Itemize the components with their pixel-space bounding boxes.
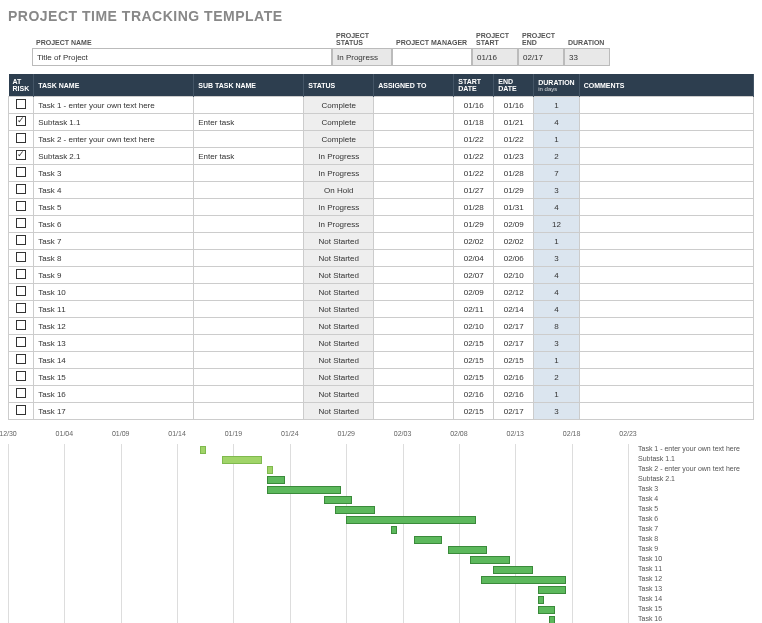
assigned-cell[interactable] bbox=[374, 165, 454, 182]
sub-task-cell[interactable] bbox=[194, 97, 304, 114]
start-cell[interactable]: 02/04 bbox=[454, 250, 494, 267]
status-cell[interactable]: Not Started bbox=[304, 403, 374, 420]
checkbox-icon[interactable] bbox=[16, 133, 26, 143]
risk-cell[interactable] bbox=[9, 369, 34, 386]
risk-cell[interactable] bbox=[9, 216, 34, 233]
sub-task-cell[interactable] bbox=[194, 318, 304, 335]
assigned-cell[interactable] bbox=[374, 318, 454, 335]
risk-cell[interactable] bbox=[9, 233, 34, 250]
start-cell[interactable]: 01/18 bbox=[454, 114, 494, 131]
checkbox-icon[interactable] bbox=[16, 388, 26, 398]
comments-cell[interactable] bbox=[579, 148, 753, 165]
status-cell[interactable]: In Progress bbox=[304, 216, 374, 233]
end-cell[interactable]: 02/16 bbox=[494, 386, 534, 403]
comments-cell[interactable] bbox=[579, 131, 753, 148]
task-name-cell[interactable]: Task 7 bbox=[34, 233, 194, 250]
end-cell[interactable]: 02/16 bbox=[494, 369, 534, 386]
sub-task-cell[interactable] bbox=[194, 267, 304, 284]
comments-cell[interactable] bbox=[579, 301, 753, 318]
status-cell[interactable]: In Progress bbox=[304, 148, 374, 165]
start-cell[interactable]: 01/22 bbox=[454, 148, 494, 165]
comments-cell[interactable] bbox=[579, 335, 753, 352]
status-cell[interactable]: Complete bbox=[304, 131, 374, 148]
task-name-cell[interactable]: Task 12 bbox=[34, 318, 194, 335]
assigned-cell[interactable] bbox=[374, 352, 454, 369]
end-cell[interactable]: 02/02 bbox=[494, 233, 534, 250]
assigned-cell[interactable] bbox=[374, 199, 454, 216]
comments-cell[interactable] bbox=[579, 352, 753, 369]
sub-task-cell[interactable] bbox=[194, 199, 304, 216]
assigned-cell[interactable] bbox=[374, 148, 454, 165]
sub-task-cell[interactable] bbox=[194, 335, 304, 352]
risk-cell[interactable] bbox=[9, 114, 34, 131]
end-cell[interactable]: 02/12 bbox=[494, 284, 534, 301]
comments-cell[interactable] bbox=[579, 182, 753, 199]
comments-cell[interactable] bbox=[579, 284, 753, 301]
start-cell[interactable]: 02/07 bbox=[454, 267, 494, 284]
checkbox-icon[interactable] bbox=[16, 371, 26, 381]
start-cell[interactable]: 01/29 bbox=[454, 216, 494, 233]
comments-cell[interactable] bbox=[579, 97, 753, 114]
assigned-cell[interactable] bbox=[374, 182, 454, 199]
sub-task-cell[interactable] bbox=[194, 301, 304, 318]
end-cell[interactable]: 02/06 bbox=[494, 250, 534, 267]
assigned-cell[interactable] bbox=[374, 131, 454, 148]
end-cell[interactable]: 01/21 bbox=[494, 114, 534, 131]
end-cell[interactable]: 01/29 bbox=[494, 182, 534, 199]
sub-task-cell[interactable] bbox=[194, 369, 304, 386]
comments-cell[interactable] bbox=[579, 216, 753, 233]
assigned-cell[interactable] bbox=[374, 114, 454, 131]
checkbox-icon[interactable] bbox=[16, 405, 26, 415]
risk-cell[interactable] bbox=[9, 386, 34, 403]
assigned-cell[interactable] bbox=[374, 335, 454, 352]
sub-task-cell[interactable]: Enter task bbox=[194, 114, 304, 131]
checkbox-icon[interactable] bbox=[16, 218, 26, 228]
risk-cell[interactable] bbox=[9, 403, 34, 420]
assigned-cell[interactable] bbox=[374, 284, 454, 301]
status-cell[interactable]: Not Started bbox=[304, 352, 374, 369]
status-cell[interactable]: In Progress bbox=[304, 165, 374, 182]
risk-cell[interactable] bbox=[9, 267, 34, 284]
comments-cell[interactable] bbox=[579, 165, 753, 182]
start-cell[interactable]: 01/16 bbox=[454, 97, 494, 114]
task-name-cell[interactable]: Task 6 bbox=[34, 216, 194, 233]
checkbox-icon[interactable] bbox=[16, 235, 26, 245]
checkbox-icon[interactable] bbox=[16, 99, 26, 109]
comments-cell[interactable] bbox=[579, 386, 753, 403]
sub-task-cell[interactable] bbox=[194, 165, 304, 182]
status-cell[interactable]: Not Started bbox=[304, 284, 374, 301]
end-cell[interactable]: 02/10 bbox=[494, 267, 534, 284]
assigned-cell[interactable] bbox=[374, 216, 454, 233]
task-name-cell[interactable]: Task 16 bbox=[34, 386, 194, 403]
end-cell[interactable]: 02/17 bbox=[494, 335, 534, 352]
start-cell[interactable]: 01/27 bbox=[454, 182, 494, 199]
status-cell[interactable]: Not Started bbox=[304, 233, 374, 250]
end-cell[interactable]: 01/16 bbox=[494, 97, 534, 114]
comments-cell[interactable] bbox=[579, 369, 753, 386]
risk-cell[interactable] bbox=[9, 165, 34, 182]
sub-task-cell[interactable] bbox=[194, 182, 304, 199]
risk-cell[interactable] bbox=[9, 182, 34, 199]
end-cell[interactable]: 02/17 bbox=[494, 318, 534, 335]
checkbox-icon[interactable] bbox=[16, 269, 26, 279]
sub-task-cell[interactable] bbox=[194, 216, 304, 233]
assigned-cell[interactable] bbox=[374, 386, 454, 403]
assigned-cell[interactable] bbox=[374, 97, 454, 114]
end-cell[interactable]: 02/15 bbox=[494, 352, 534, 369]
checkbox-icon[interactable] bbox=[16, 150, 26, 160]
task-name-cell[interactable]: Task 1 - enter your own text here bbox=[34, 97, 194, 114]
start-cell[interactable]: 01/22 bbox=[454, 131, 494, 148]
end-cell[interactable]: 01/22 bbox=[494, 131, 534, 148]
status-cell[interactable]: Complete bbox=[304, 114, 374, 131]
status-cell[interactable]: On Hold bbox=[304, 182, 374, 199]
start-cell[interactable]: 01/22 bbox=[454, 165, 494, 182]
assigned-cell[interactable] bbox=[374, 369, 454, 386]
task-name-cell[interactable]: Subtask 2.1 bbox=[34, 148, 194, 165]
end-cell[interactable]: 01/28 bbox=[494, 165, 534, 182]
risk-cell[interactable] bbox=[9, 335, 34, 352]
status-cell[interactable]: Not Started bbox=[304, 369, 374, 386]
task-name-cell[interactable]: Task 10 bbox=[34, 284, 194, 301]
comments-cell[interactable] bbox=[579, 233, 753, 250]
checkbox-icon[interactable] bbox=[16, 167, 26, 177]
task-name-cell[interactable]: Task 3 bbox=[34, 165, 194, 182]
